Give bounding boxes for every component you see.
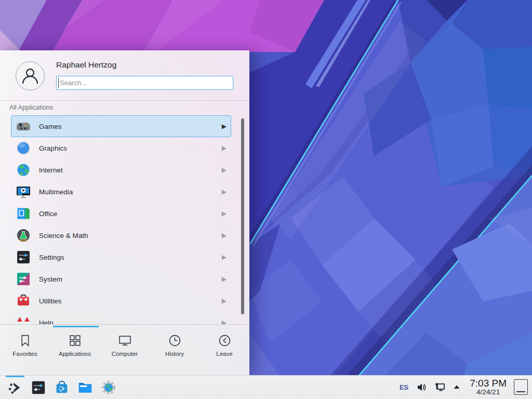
category-games[interactable]: Games ▶ [11, 115, 231, 137]
submenu-arrow-icon: ▶ [222, 166, 231, 174]
submenu-arrow-icon: ▶ [222, 232, 231, 239]
tab-label: History [165, 351, 184, 357]
category-help[interactable]: Help ▶ [11, 312, 231, 324]
submenu-arrow-icon: ▶ [222, 210, 231, 217]
category-label: Multimedia [39, 188, 73, 196]
submenu-arrow-icon: ▶ [222, 297, 231, 304]
tab-label: Leave [216, 351, 232, 357]
folder-icon [77, 380, 93, 395]
category-system[interactable]: System ▶ [11, 268, 231, 290]
sphere-icon [15, 140, 32, 156]
taskbar-panel: ES 7:03 PM 4/24/21 [0, 375, 532, 399]
category-label: Graphics [39, 144, 67, 152]
submenu-arrow-icon: ▶ [222, 123, 231, 130]
system-tray: ES 7:03 PM 4/24/21 [400, 378, 529, 396]
lifebuoy-icon [15, 314, 32, 324]
category-list: Games ▶ Graphics ▶ Internet ▶ [0, 115, 249, 324]
category-internet[interactable]: Internet ▶ [11, 159, 231, 181]
category-multimedia[interactable]: Multimedia ▶ [11, 181, 231, 203]
globe-icon [15, 162, 32, 178]
tab-label: Favorites [12, 351, 37, 357]
tab-favorites[interactable]: Favorites [0, 325, 50, 357]
digital-clock[interactable]: 7:03 PM 4/24/21 [470, 378, 507, 396]
category-label: System [39, 275, 62, 283]
category-utilities[interactable]: Utilities ▶ [11, 290, 231, 312]
clock-icon [168, 334, 182, 348]
clock-date: 4/24/21 [476, 389, 500, 396]
grid-icon [68, 334, 82, 348]
submenu-arrow-icon: ▶ [222, 319, 231, 324]
tab-leave[interactable]: Leave [200, 325, 249, 357]
category-label: Science & Math [39, 232, 88, 240]
category-office[interactable]: Office ▶ [11, 203, 231, 224]
category-label: Internet [39, 166, 63, 174]
submenu-arrow-icon: ▶ [222, 275, 231, 283]
active-task-indicator [6, 376, 24, 377]
launcher-header: Raphael Hertzog [0, 50, 249, 100]
category-graphics[interactable]: Graphics ▶ [11, 137, 231, 159]
launcher-tab-bar: Favorites Applications Computer [0, 324, 249, 376]
category-label: Office [39, 210, 57, 218]
tab-label: Computer [112, 351, 138, 357]
document-icon [15, 205, 32, 222]
text-caret [58, 78, 59, 88]
divider [0, 100, 249, 101]
clock-time: 7:03 PM [470, 378, 507, 389]
globe-gear-icon [101, 380, 116, 395]
tab-history[interactable]: History [150, 325, 200, 357]
flask-icon [15, 227, 32, 244]
sliders-icon [15, 249, 32, 265]
kickoff-icon [7, 380, 23, 395]
keyboard-layout-indicator[interactable]: ES [400, 383, 408, 391]
scrollbar-thumb[interactable] [241, 118, 244, 314]
submenu-arrow-icon: ▶ [222, 188, 231, 195]
category-label: Help [39, 319, 54, 325]
network-icon[interactable] [434, 381, 446, 393]
volume-icon[interactable] [416, 382, 427, 393]
submenu-arrow-icon: ▶ [222, 144, 231, 152]
system-icon [15, 271, 32, 287]
app-launcher-button[interactable] [3, 376, 26, 399]
media-icon [15, 183, 32, 200]
system-settings-button[interactable] [26, 376, 50, 399]
category-label: Games [39, 123, 62, 130]
category-label: Utilities [39, 297, 62, 305]
category-science-math[interactable]: Science & Math ▶ [11, 224, 231, 246]
active-tab-indicator [53, 326, 99, 327]
category-settings[interactable]: Settings ▶ [11, 246, 231, 268]
category-label: Settings [39, 254, 64, 261]
section-label: All Applications [9, 104, 53, 111]
discover-icon [54, 380, 70, 395]
user-name: Raphael Hertzog [56, 60, 116, 70]
application-launcher-menu: Raphael Hertzog All Applications Games ▶ [0, 50, 249, 375]
discover-button[interactable] [50, 376, 73, 399]
monitor-icon [118, 334, 132, 348]
dolphin-button[interactable] [73, 376, 97, 399]
submenu-arrow-icon: ▶ [222, 254, 231, 261]
user-avatar-icon[interactable] [16, 61, 45, 90]
tab-computer[interactable]: Computer [100, 325, 150, 357]
leave-icon [218, 334, 232, 348]
gamepad-icon [15, 118, 32, 135]
konqueror-button[interactable] [97, 376, 120, 399]
toolbox-icon [15, 292, 32, 309]
system-settings-icon [31, 380, 46, 395]
tab-label: Applications [59, 351, 91, 357]
show-desktop-button[interactable] [514, 379, 528, 395]
expand-tray-icon[interactable] [453, 383, 461, 391]
tab-applications[interactable]: Applications [50, 325, 100, 357]
bookmark-icon [18, 334, 32, 348]
search-input[interactable] [56, 76, 233, 90]
